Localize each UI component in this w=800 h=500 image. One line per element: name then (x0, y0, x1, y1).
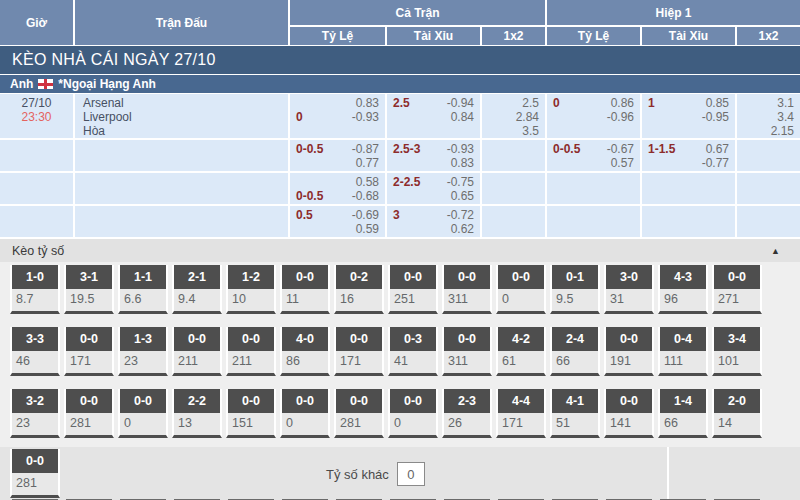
odds-cell-ft-1x2[interactable]: 2.52.843.5 (482, 94, 545, 138)
odds-cell-h1-tyle[interactable]: 0-0.5-0.670.57 (547, 140, 640, 171)
score-cell[interactable]: 0-0211 (226, 327, 276, 376)
score-odd: 10 (228, 289, 274, 306)
score-cell[interactable]: 2-014 (712, 389, 762, 438)
score-cell[interactable]: 0-0191 (604, 327, 654, 376)
betting-odds-page: Giờ Trận Đấu Cả Trận Hiệp 1 Tỷ Lệ Tài Xỉ… (0, 0, 800, 500)
score-box: 0-0 (498, 265, 544, 289)
score-cell[interactable]: 0-00 (388, 389, 438, 438)
odds-value: 0.83 (290, 96, 379, 110)
score-cell[interactable]: 0-0171 (64, 327, 114, 376)
score-cell[interactable]: 0-0281 (334, 389, 384, 438)
score-cell[interactable]: 0-0151 (226, 389, 276, 438)
score-cell[interactable]: 4-396 (658, 265, 708, 314)
score-box: 1-1 (120, 265, 166, 289)
score-cell[interactable]: 0-4111 (658, 327, 708, 376)
score-cell[interactable]: 0-0311 (442, 265, 492, 314)
score-cell[interactable]: 1-08.7 (10, 265, 60, 314)
score-cell[interactable]: 0-0171 (334, 327, 384, 376)
score-cell[interactable]: 0-011 (280, 265, 330, 314)
other-score-group: Tỷ số khác (326, 462, 425, 486)
match-teams-cell (75, 173, 288, 204)
team-name: Arsenal (83, 96, 288, 110)
handicap-label: 0-0.5 (296, 142, 323, 156)
odds-value: 2.15 (737, 124, 794, 138)
score-box: 4-4 (498, 389, 544, 413)
score-cell[interactable]: 4-4171 (496, 389, 546, 438)
score-cell[interactable]: 3-119.5 (64, 265, 114, 314)
score-cell[interactable]: 0-00 (496, 265, 546, 314)
odds-values: 2.52.843.5 (482, 96, 545, 138)
odds-cell-h1-taixiu[interactable]: 1-1.50.67-0.77 (642, 140, 735, 171)
score-cell[interactable]: 0-0251 (388, 265, 438, 314)
odds-cell-ft-tyle[interactable]: 0-0.50.58-0.68 (290, 173, 385, 204)
score-odd: 171 (336, 351, 382, 368)
score-cell[interactable]: 0-19.5 (550, 265, 600, 314)
score-box: 0-0 (174, 327, 220, 351)
odds-cell-ft-tyle[interactable]: 00.83-0.93 (290, 94, 385, 138)
score-odd: 51 (552, 413, 598, 430)
odds-cell-h1-taixiu[interactable]: 10.85-0.95 (642, 94, 735, 138)
score-cell[interactable]: 0-0271 (712, 265, 762, 314)
score-cell[interactable]: 0-0311 (442, 327, 492, 376)
score-cell[interactable]: 3-223 (10, 389, 60, 438)
odds-cell-ft-taixiu[interactable]: 2.5-3-0.930.83 (387, 140, 480, 171)
score-cell[interactable]: 0-0281 (10, 449, 60, 498)
score-box: 3-1 (66, 265, 112, 289)
score-cell[interactable]: 2-19.4 (172, 265, 222, 314)
odds-cell-h1-taixiu (642, 173, 735, 204)
score-box: 0-0 (282, 265, 328, 289)
score-cell[interactable]: 0-0141 (604, 389, 654, 438)
score-cell[interactable]: 2-466 (550, 327, 600, 376)
score-cell[interactable]: 0-0281 (64, 389, 114, 438)
score-odd: 66 (660, 413, 706, 430)
collapse-arrow-icon[interactable]: ▲ (771, 246, 780, 256)
score-cell[interactable]: 0-341 (388, 327, 438, 376)
score-cell[interactable]: 1-16.6 (118, 265, 168, 314)
odds-value: 3.4 (737, 110, 794, 124)
score-cell[interactable]: 2-326 (442, 389, 492, 438)
score-box: 0-0 (66, 327, 112, 351)
match-time-cell (0, 140, 73, 171)
odds-value: -0.72 (387, 208, 474, 222)
odds-cell-ft-tyle[interactable]: 0-0.5-0.870.77 (290, 140, 385, 171)
handicap-label: 1 (648, 96, 655, 110)
score-cell[interactable]: 1-323 (118, 327, 168, 376)
league-bar[interactable]: Anh *Ngoại Hạng Anh (0, 75, 800, 93)
score-cell[interactable]: 4-086 (280, 327, 330, 376)
score-box: 0-0 (606, 389, 652, 413)
score-odd: 9.5 (552, 289, 598, 306)
score-cell[interactable]: 3-346 (10, 327, 60, 376)
score-cell[interactable]: 0-00 (280, 389, 330, 438)
handicap-label: 2-2.5 (393, 175, 420, 189)
correct-score-title: Kèo tỷ số (12, 244, 64, 258)
score-box: 2-4 (552, 327, 598, 351)
score-box: 0-0 (444, 327, 490, 351)
odds-cell-h1-1x2[interactable]: 3.13.42.15 (737, 94, 800, 138)
match-time-cell (0, 173, 73, 204)
score-cell[interactable]: 1-466 (658, 389, 708, 438)
score-cell[interactable]: 2-213 (172, 389, 222, 438)
score-cell[interactable]: 0-216 (334, 265, 384, 314)
odds-cell-ft-1x2 (482, 173, 545, 204)
score-odd: 23 (12, 413, 58, 430)
odds-cell-ft-taixiu[interactable]: 2.5-0.940.84 (387, 94, 480, 138)
other-score-input[interactable] (397, 462, 425, 486)
correct-score-section-bar[interactable]: Kèo tỷ số ▲ (0, 239, 800, 262)
score-cell[interactable]: 3-4101 (712, 327, 762, 376)
odds-cell-ft-taixiu[interactable]: 3-0.720.62 (387, 206, 480, 237)
score-cell[interactable]: 1-210 (226, 265, 276, 314)
score-cell[interactable]: 3-031 (604, 265, 654, 314)
odds-cell-ft-tyle[interactable]: 0.5-0.690.59 (290, 206, 385, 237)
odds-row: 0.5-0.690.593-0.720.62 (0, 206, 800, 237)
score-odd: 96 (660, 289, 706, 306)
score-cell[interactable]: 0-0211 (172, 327, 222, 376)
score-cell[interactable]: 0-00 (118, 389, 168, 438)
score-cell[interactable]: 4-151 (550, 389, 600, 438)
score-cell[interactable]: 4-261 (496, 327, 546, 376)
odds-cell-ft-taixiu[interactable]: 2-2.5-0.750.65 (387, 173, 480, 204)
score-box: 0-1 (552, 265, 598, 289)
odds-cell-ft-1x2 (482, 206, 545, 237)
odds-cell-h1-tyle[interactable]: 00.86-0.96 (547, 94, 640, 138)
score-odd: 0 (390, 413, 436, 430)
score-odd: 271 (714, 289, 760, 306)
